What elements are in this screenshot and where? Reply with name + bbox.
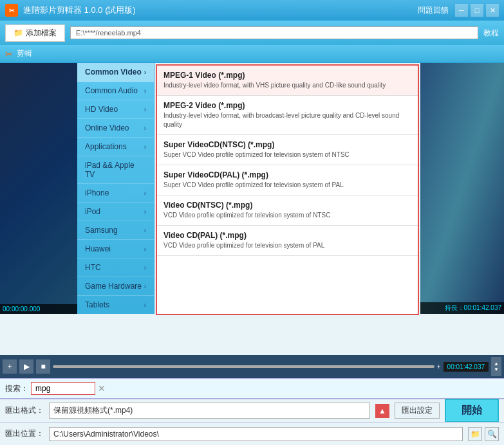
menu-arrow-icon: ›	[144, 302, 146, 309]
left-video-panel: 00:00:00.000	[0, 63, 77, 314]
format-desc: Industry-level video format, with broadc…	[163, 111, 411, 129]
menu-item-common-audio[interactable]: Common Audio›	[77, 82, 154, 100]
left-time-display: 00:00:00.000	[3, 305, 40, 313]
menu-item-label: Common Video	[85, 68, 142, 77]
format-desc: VCD Video profile optimized for televisi…	[163, 211, 411, 220]
format-item[interactable]: Super VideoCD(PAL) (*.mpg) Super VCD Vid…	[157, 165, 418, 195]
menu-arrow-icon: ›	[144, 87, 146, 95]
format-desc: Super VCD Video profile optimized for te…	[163, 181, 411, 190]
menu-arrow-icon: ›	[144, 190, 146, 197]
right-time-bar: 持長：00:01:42.037	[420, 302, 504, 314]
format-desc: Super VCD Video profile optimized for te…	[163, 150, 411, 159]
menu-item-label: Huawei	[85, 244, 111, 253]
menu-item-label: iPod	[85, 207, 100, 216]
maximize-button[interactable]: □	[471, 4, 483, 17]
menu-item-htc[interactable]: HTC›	[77, 259, 154, 277]
menu-item-applications[interactable]: Applications›	[77, 138, 154, 156]
output-path-input[interactable]	[49, 427, 463, 441]
title-bar: ✂ 進階影片剪輯器 1.0.0 (試用版) 問題回饋 ─ □ ✕	[0, 0, 504, 21]
menu-arrow-icon: ›	[144, 227, 146, 234]
menu-arrow-icon: ›	[144, 69, 146, 76]
path-icons: 📁 🔍	[468, 427, 499, 441]
menu-item-label: HD Video	[85, 105, 118, 114]
menu-item-common-video[interactable]: Common Video›	[77, 63, 154, 82]
edit-label: 剪輯	[17, 48, 32, 59]
timeline-progress[interactable]	[53, 365, 434, 368]
format-panel: MPEG-1 Video (*.mpg) Industry-level vide…	[156, 64, 419, 315]
menu-item-label: Online Video	[85, 123, 129, 132]
menu-item-ipod[interactable]: iPod›	[77, 203, 154, 221]
stop-button[interactable]: ■	[36, 359, 50, 374]
output-format-select[interactable]: 保留源視頻格式(*.mp4)	[49, 403, 370, 419]
search-label: 搜索：	[5, 383, 28, 394]
search-path-button[interactable]: 🔍	[485, 427, 499, 441]
app-icon: ✂	[5, 4, 18, 17]
help-link[interactable]: 問題回饋	[418, 5, 449, 16]
app-title: 進階影片剪輯器 1.0.0 (試用版)	[23, 5, 418, 16]
output-settings-button[interactable]: 匯出設定	[395, 403, 440, 419]
format-title: Video CD(PAL) (*.mpg)	[163, 231, 411, 240]
window-controls: ─ □ ✕	[455, 4, 499, 17]
format-desc: VCD Video profile optimized for televisi…	[163, 241, 411, 250]
menu-item-label: Common Audio	[85, 86, 138, 95]
menu-item-tablets[interactable]: Tablets›	[77, 296, 154, 314]
start-button[interactable]: 開始	[445, 399, 499, 422]
menu-panel: Common Video›Common Audio›HD Video›Onlin…	[77, 63, 154, 314]
output-format-value: 保留源視頻格式(*.mp4)	[53, 405, 133, 416]
output-dropdown-button[interactable]: ▲	[375, 404, 389, 418]
format-item[interactable]: Video CD(PAL) (*.mpg) VCD Video profile …	[157, 226, 418, 256]
search-close-button[interactable]: ✕	[98, 383, 106, 394]
output-format-bar: 匯出格式： 保留源視頻格式(*.mp4) ▲ 匯出設定 開始	[0, 399, 504, 422]
menu-item-game-hardware[interactable]: Game Hardware›	[77, 277, 154, 296]
output-path-label: 匯出位置：	[5, 428, 44, 439]
output-format-label: 匯出格式：	[5, 405, 44, 416]
format-title: MPEG-2 Video (*.mpg)	[163, 101, 411, 110]
menu-item-online-video[interactable]: Online Video›	[77, 119, 154, 138]
menu-item-huawei[interactable]: Huawei›	[77, 240, 154, 259]
scissors-icon: ✂	[5, 49, 13, 59]
menu-item-label: Tablets	[85, 300, 109, 309]
browse-folder-button[interactable]: 📁	[468, 427, 482, 441]
format-title: Video CD(NTSC) (*.mpg)	[163, 201, 411, 210]
add-file-label: 添加檔案	[26, 28, 57, 39]
menu-item-label: Applications	[85, 142, 127, 151]
menu-arrow-icon: ›	[144, 208, 146, 215]
tutorial-link[interactable]: 教程	[483, 28, 499, 39]
menu-arrow-icon: ›	[144, 264, 146, 271]
add-end-icon: +	[437, 363, 441, 370]
menu-arrow-icon: ›	[144, 143, 146, 150]
menu-item-iphone[interactable]: iPhone›	[77, 184, 154, 203]
format-item[interactable]: Super VideoCD(NTSC) (*.mpg) Super VCD Vi…	[157, 135, 418, 165]
add-marker-button[interactable]: +	[3, 359, 17, 374]
format-item[interactable]: Video CD(NTSC) (*.mpg) VCD Video profile…	[157, 195, 418, 226]
play-button[interactable]: ▶	[19, 359, 33, 374]
menu-arrow-icon: ›	[144, 283, 146, 290]
menu-item-label: iPhone	[85, 188, 109, 197]
right-time-label: 持長：00:01:42.037	[445, 304, 501, 311]
menu-item-ipad-&&-apple-tv[interactable]: iPad && Apple TV	[77, 156, 154, 184]
timeline-area: + ▶ ■ + 00:01:42.037 ▲▼	[0, 355, 504, 378]
search-input[interactable]	[31, 382, 95, 395]
add-file-icon: 📁	[14, 28, 23, 37]
menu-item-hd-video[interactable]: HD Video›	[77, 100, 154, 119]
menu-item-label: Samsung	[85, 226, 118, 235]
time-up-button[interactable]: ▲▼	[491, 357, 501, 376]
add-file-button[interactable]: 📁 添加檔案	[5, 24, 65, 42]
menu-item-samsung[interactable]: Samsung›	[77, 221, 154, 240]
format-item[interactable]: MPEG-1 Video (*.mpg) Industry-level vide…	[157, 66, 418, 96]
right-video-panel: 持長：00:01:42.037	[420, 63, 504, 314]
toolbar: 📁 添加檔案 E:\****/reneelab.mp4 教程	[0, 21, 504, 45]
content-area: 00:00:00.000 Common Video›Common Audio›H…	[0, 63, 504, 355]
right-video-display	[420, 63, 504, 314]
menu-arrow-icon: ›	[144, 106, 146, 113]
current-time-display: 00:01:42.037	[443, 362, 489, 372]
search-bar: 搜索： ✕	[0, 378, 504, 399]
menu-item-label: HTC	[85, 263, 101, 272]
left-video-placeholder	[0, 63, 77, 314]
menu-arrow-icon: ›	[144, 246, 146, 253]
format-title: MPEG-1 Video (*.mpg)	[163, 71, 411, 80]
close-button[interactable]: ✕	[486, 4, 499, 17]
menu-arrow-icon: ›	[144, 125, 146, 132]
format-item[interactable]: MPEG-2 Video (*.mpg) Industry-level vide…	[157, 96, 418, 135]
minimize-button[interactable]: ─	[455, 4, 468, 17]
